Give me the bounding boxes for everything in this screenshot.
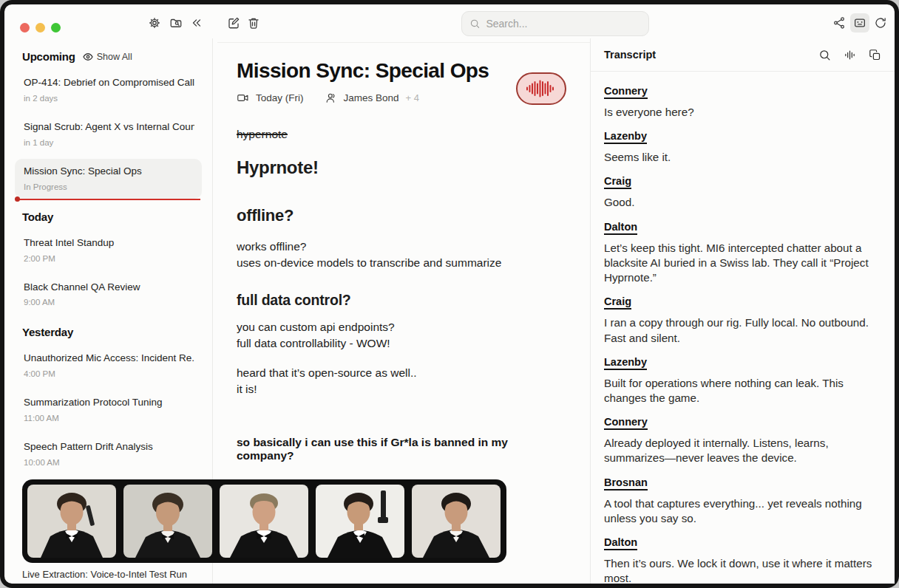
gallery-photo-5[interactable] [412, 485, 501, 558]
transcript-title: Transcript [604, 49, 818, 61]
sidebar-item-threat-intel[interactable]: Threat Intel Standup 2:00 PM [15, 230, 202, 270]
transcript-entry: Connery Is everyone here? [604, 84, 881, 120]
chevrons-left-icon [190, 16, 203, 30]
share-button[interactable] [830, 13, 849, 33]
transcript-entry: Craig I ran a copy through our rig. Full… [604, 295, 881, 345]
transcript-waveform-icon[interactable] [844, 49, 856, 61]
note-heading-data-control: full data control? [237, 292, 566, 309]
sidebar-item-speech-pattern[interactable]: Speech Pattern Drift Analysis 10:00 AM [15, 434, 202, 474]
summary-card-icon [853, 16, 866, 30]
section-title-upcoming: Upcoming [22, 50, 75, 63]
waveform-icon [526, 78, 557, 99]
note-title[interactable]: Mission Sync: Special Ops [237, 59, 566, 83]
attendees-icon [325, 92, 337, 104]
note-paragraph-control: you can custom api endpoints? full data … [237, 319, 566, 352]
gallery-photo-2[interactable] [123, 485, 212, 558]
transcript-entry: Lazenby Seems like it. [604, 129, 881, 165]
transcript-entry: Lazenby Built for operations where nothi… [604, 355, 881, 406]
sidebar-item-unauthorized-mic[interactable]: Unauthorized Mic Access: Incident Re... … [15, 346, 202, 386]
sidebar-item-op414[interactable]: OP-414: Debrief on Compromised Call in 2… [15, 70, 202, 110]
video-camera-icon [237, 92, 249, 104]
widget-panel-button[interactable] [850, 13, 869, 33]
collapse-sidebar-button[interactable] [187, 13, 206, 33]
bond-photo-strip [22, 479, 506, 563]
folder-search-button[interactable] [166, 13, 186, 33]
section-title-yesterday: Yesterday [22, 326, 73, 338]
sidebar-item-black-channel[interactable]: Black Channel QA Review 9:00 AM [15, 275, 202, 315]
toolbar [4, 4, 895, 38]
eye-icon [83, 52, 93, 62]
section-title-today: Today [22, 211, 53, 223]
search-input[interactable] [486, 18, 641, 30]
gallery-photo-1[interactable] [27, 485, 116, 558]
search-bar[interactable] [461, 11, 649, 36]
zoom-button[interactable] [51, 23, 61, 33]
refresh-icon [874, 16, 887, 30]
transcript-entry: Dalton Let’s keep this tight. MI6 interc… [604, 220, 881, 286]
show-all-button[interactable]: Show All [83, 52, 132, 62]
folder-search-icon [169, 16, 183, 30]
search-icon [469, 18, 480, 30]
transcript-header: Transcript [591, 38, 895, 72]
note-paragraph-offline: works offline? uses on-device models to … [237, 239, 566, 271]
note-question-bold: so basically i can use this if Gr*la is … [237, 436, 566, 462]
refresh-button[interactable] [871, 13, 890, 33]
transcript-entry: Craig Good. [604, 174, 881, 210]
note-body[interactable]: hypernote Hyprnote! offline? works offli… [237, 128, 566, 490]
delete-note-button[interactable] [244, 13, 263, 33]
transcript-search-icon[interactable] [818, 49, 831, 61]
transcript-panel: Transcript Connery Is everyone here? [590, 38, 895, 584]
sidebar-item-signal-scrub[interactable]: Signal Scrub: Agent X vs Internal Coun..… [15, 114, 202, 154]
attendee-name[interactable]: James Bond [344, 92, 399, 103]
app-window: Upcoming Show All OP-414: Debrief on Com… [0, 0, 899, 588]
gallery-photo-3[interactable] [220, 485, 308, 558]
record-button[interactable] [516, 72, 566, 105]
sidebar-item-live-extraction[interactable]: Live Extraction: Voice-to-Intel Test Run [22, 569, 244, 580]
note-paragraph-opensource: heard that it’s open-source as well.. it… [237, 365, 566, 397]
trash-icon [247, 16, 260, 30]
minimize-button[interactable] [35, 23, 45, 33]
transcript-entry: Brosnan A tool that captures everything.… [604, 476, 881, 526]
note-heading-offline: offline? [237, 206, 566, 225]
transcript-entry: Connery Already deployed it internally. … [604, 415, 881, 465]
recording-progress-line [16, 199, 200, 200]
note-date[interactable]: Today (Fri) [256, 92, 304, 103]
sidebar-item-summarization-protocol[interactable]: Summarization Protocol Tuning 11:00 AM [15, 390, 202, 430]
transcript-entry: Dalton Then it’s ours. We lock it down, … [604, 536, 881, 584]
gallery-photo-4[interactable] [316, 485, 404, 558]
share-icon [832, 16, 846, 30]
note-strikethrough-text: hypernote [237, 128, 566, 141]
settings-button[interactable] [145, 13, 164, 33]
copy-icon[interactable] [869, 49, 881, 61]
new-note-button[interactable] [224, 13, 243, 33]
progress-dot [15, 196, 20, 202]
close-button[interactable] [20, 23, 30, 33]
transcript-body: Connery Is everyone here? Lazenby Seems … [591, 72, 895, 584]
gear-icon [148, 16, 161, 30]
attendee-extra-count[interactable]: + 4 [406, 92, 419, 103]
note-heading-hyprnote: Hyprnote! [237, 157, 566, 178]
traffic-lights [20, 23, 61, 33]
edit-icon [227, 16, 240, 30]
sidebar-item-mission-sync[interactable]: Mission Sync: Special Ops In Progress [15, 159, 202, 199]
